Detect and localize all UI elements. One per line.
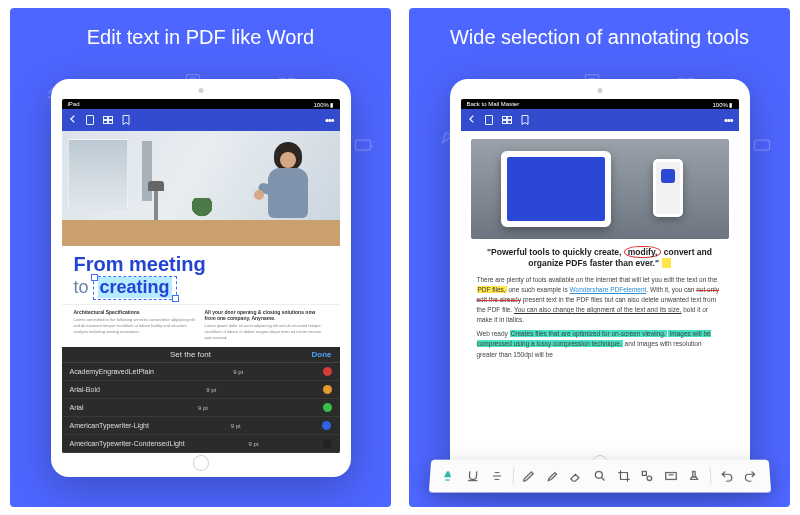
toolbar-pages-icon[interactable]: [102, 114, 114, 126]
tool-crop[interactable]: [615, 468, 631, 483]
headline-line1: From meeting: [74, 254, 328, 274]
toolbar-doc-icon[interactable]: [483, 114, 495, 126]
color-swatch[interactable]: [322, 421, 331, 430]
color-swatch[interactable]: [323, 385, 332, 394]
font-size: 9 pt: [233, 369, 243, 375]
color-swatch[interactable]: [323, 367, 332, 376]
toolbar-bookmark-icon[interactable]: [519, 114, 531, 126]
tool-undo[interactable]: [718, 468, 735, 483]
headline-to: to: [74, 277, 89, 298]
headline-edit-word: creating: [98, 277, 172, 298]
svg-rect-17: [485, 116, 492, 125]
tool-textbox[interactable]: [662, 468, 678, 483]
svg-point-22: [595, 471, 602, 478]
svg-rect-20: [502, 121, 506, 124]
svg-rect-23: [642, 471, 646, 475]
tool-shapes[interactable]: [639, 468, 655, 483]
font-picker-panel: Set the font Done AcademyEngravedLetPlai…: [62, 347, 340, 453]
ipad-frame: iPad 100% ▮ •••: [51, 79, 351, 477]
highlight-yellow: PDF files,: [477, 286, 507, 293]
status-left: Back to Mail Master: [467, 101, 520, 107]
col1-heading: Architectural Specifications: [74, 309, 197, 315]
font-row[interactable]: Arial9 pt: [62, 399, 340, 417]
tool-redo[interactable]: [741, 468, 758, 483]
toolbar-bookmark-icon[interactable]: [120, 114, 132, 126]
svg-rect-6: [86, 116, 93, 125]
app-toolbar: •••: [461, 109, 739, 131]
status-right: 100% ▮: [313, 101, 333, 108]
font-name: Arial-Bold: [70, 386, 100, 393]
svg-rect-10: [108, 121, 112, 124]
ipad-frame: Back to Mail Master 100% ▮ •••: [450, 79, 750, 477]
promo-panel-left: Edit text in PDF like Word iPad 100% ▮ •…: [10, 8, 391, 507]
font-size: 9 pt: [249, 441, 259, 447]
toolbar-pages-icon[interactable]: [501, 114, 513, 126]
pull-quote: "Powerful tools to quickly create, modif…: [461, 245, 739, 275]
toolbar-menu-icon[interactable]: •••: [325, 114, 334, 126]
done-button[interactable]: Done: [311, 350, 331, 359]
col2-text: Lorem ipsum dolor sit amet adipiscing el…: [205, 323, 328, 341]
circled-word: modify,: [624, 246, 662, 258]
ios-status-bar: iPad 100% ▮: [62, 99, 340, 109]
document-page: From meeting to creating Architectural S…: [62, 131, 340, 453]
tool-stamp[interactable]: [686, 468, 703, 483]
hero-image: [471, 139, 729, 239]
tool-search[interactable]: [591, 468, 607, 483]
tool-marker[interactable]: [544, 468, 560, 483]
toolbar-doc-icon[interactable]: [84, 114, 96, 126]
status-left: iPad: [68, 101, 80, 107]
font-row[interactable]: AmericanTypewriter-Light9 pt: [62, 417, 340, 435]
tool-highlight[interactable]: [441, 468, 458, 483]
font-size: 9 pt: [231, 423, 241, 429]
toolbar-menu-icon[interactable]: •••: [724, 114, 733, 126]
status-right: 100% ▮: [712, 101, 732, 108]
back-button[interactable]: [68, 113, 78, 127]
document-page: "Powerful tools to quickly create, modif…: [461, 131, 739, 453]
back-button[interactable]: [467, 113, 477, 127]
headline: From meeting to creating: [62, 246, 340, 304]
promo-panel-right: Wide selection of annotating tools Back …: [409, 8, 790, 507]
font-row[interactable]: AcademyEngravedLetPlain9 pt: [62, 363, 340, 381]
color-swatch[interactable]: [323, 403, 332, 412]
font-row[interactable]: AmericanTypewriter-CondensedLight9 pt: [62, 435, 340, 453]
svg-rect-18: [502, 117, 506, 120]
font-size: 9 pt: [206, 387, 216, 393]
svg-rect-25: [665, 473, 676, 480]
svg-rect-5: [356, 140, 371, 150]
tool-underline[interactable]: [464, 468, 481, 483]
annotation-toolbar-wrap: [430, 459, 770, 507]
font-panel-title: Set the font: [170, 350, 211, 359]
app-toolbar: •••: [62, 109, 340, 131]
font-name: AcademyEngravedLetPlain: [70, 368, 154, 375]
tool-eraser[interactable]: [568, 468, 584, 483]
font-size: 9 pt: [198, 405, 208, 411]
ios-status-bar: Back to Mail Master 100% ▮: [461, 99, 739, 109]
highlight-green: Creates files that are optimized for on-…: [510, 330, 667, 337]
text-edit-selection[interactable]: creating: [93, 276, 177, 300]
tool-pen[interactable]: [520, 468, 536, 483]
ipad-screen: iPad 100% ▮ •••: [62, 99, 340, 453]
panel-title: Edit text in PDF like Word: [87, 26, 314, 49]
col2-heading: All your door opening & closing solution…: [205, 309, 328, 321]
color-swatch[interactable]: [323, 439, 332, 448]
hero-image: [62, 131, 340, 246]
body-text: There are plenty of tools available on t…: [461, 275, 739, 370]
underline: You can also change the alignment of the…: [514, 306, 681, 313]
annotation-toolbar: [428, 460, 770, 493]
svg-rect-19: [507, 117, 511, 120]
tool-strikethrough[interactable]: [488, 468, 505, 483]
svg-rect-9: [103, 121, 107, 124]
col1-text: Lorem committed to the following service…: [74, 317, 197, 335]
svg-rect-21: [507, 121, 511, 124]
font-name: AmericanTypewriter-Light: [70, 422, 149, 429]
svg-rect-8: [108, 117, 112, 120]
svg-point-24: [647, 476, 652, 481]
svg-rect-16: [755, 140, 770, 150]
panel-title: Wide selection of annotating tools: [450, 26, 749, 49]
link: Wondershare PDFelement: [570, 286, 647, 293]
svg-rect-7: [103, 117, 107, 120]
columns: Architectural Specifications Lorem commi…: [62, 304, 340, 347]
font-name: AmericanTypewriter-CondensedLight: [70, 440, 185, 447]
ipad-screen: Back to Mail Master 100% ▮ •••: [461, 99, 739, 453]
font-row[interactable]: Arial-Bold9 pt: [62, 381, 340, 399]
